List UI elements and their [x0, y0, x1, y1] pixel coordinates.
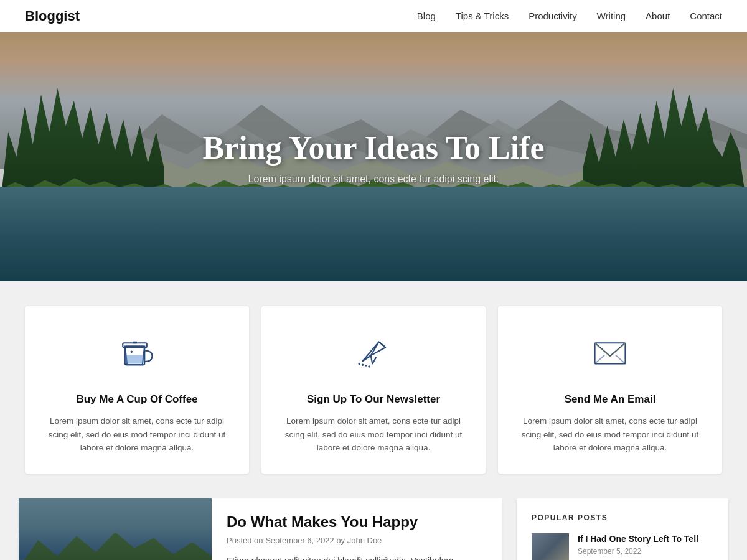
nav-blog[interactable]: Blog — [417, 11, 436, 21]
paper-plane-icon — [349, 331, 398, 381]
posts-column: Do What Makes You Happy Posted on Septem… — [19, 498, 502, 560]
hero-title: Bring Your Ideas To Life — [202, 129, 544, 166]
post-card[interactable]: Do What Makes You Happy Posted on Septem… — [19, 498, 502, 560]
nav-contact[interactable]: Contact — [690, 11, 722, 21]
envelope-icon — [585, 331, 635, 381]
cards-section: Buy Me A Cup Of Coffee Lorem ipsum dolor… — [0, 281, 747, 498]
popular-thumb-1 — [532, 533, 569, 560]
popular-posts-widget: POPULAR POSTS If I Had One Story Left To… — [517, 498, 728, 560]
card-coffee-text: Lorem ipsum dolor sit amet, cons ecte tu… — [44, 414, 230, 455]
main-nav: Blog Tips & Tricks Productivity Writing … — [417, 11, 722, 21]
hero-section: Bring Your Ideas To Life Lorem ipsum dol… — [0, 32, 747, 281]
sidebar: POPULAR POSTS If I Had One Story Left To… — [517, 498, 728, 560]
hero-subtitle: Lorem ipsum dolor sit amet, cons ecte tu… — [202, 174, 544, 185]
card-coffee-title: Buy Me A Cup Of Coffee — [44, 393, 230, 406]
popular-posts-title: POPULAR POSTS — [532, 513, 713, 522]
main-content: Do What Makes You Happy Posted on Septem… — [0, 498, 747, 560]
card-email-title: Send Me An Email — [517, 393, 703, 406]
site-logo[interactable]: Bloggist — [25, 8, 80, 24]
nav-productivity[interactable]: Productivity — [529, 11, 577, 21]
svg-point-11 — [359, 363, 361, 365]
nav-tips-tricks[interactable]: Tips & Tricks — [456, 11, 509, 21]
card-newsletter[interactable]: Sign Up To Our Newsletter Lorem ipsum do… — [261, 306, 486, 474]
svg-point-8 — [362, 364, 364, 366]
svg-point-10 — [368, 365, 370, 368]
post-meta: Posted on September 6, 2022 by John Doe — [227, 536, 487, 545]
card-email[interactable]: Send Me An Email Lorem ipsum dolor sit a… — [498, 306, 722, 474]
svg-rect-4 — [123, 343, 147, 347]
hero-content: Bring Your Ideas To Life Lorem ipsum dol… — [190, 117, 557, 197]
post-title[interactable]: Do What Makes You Happy — [227, 513, 487, 531]
nav-writing[interactable]: Writing — [597, 11, 626, 21]
post-body: Do What Makes You Happy Posted on Septem… — [212, 498, 502, 560]
svg-rect-6 — [126, 355, 144, 364]
post-image-bg — [19, 498, 212, 560]
nav-about[interactable]: About — [646, 11, 670, 21]
card-newsletter-text: Lorem ipsum dolor sit amet, cons ecte tu… — [280, 414, 467, 455]
popular-post-date-1: September 5, 2022 — [578, 547, 713, 556]
card-coffee[interactable]: Buy Me A Cup Of Coffee Lorem ipsum dolor… — [25, 306, 249, 474]
popular-post-item-1[interactable]: If I Had One Story Left To Tell Septembe… — [532, 533, 713, 560]
popular-post-info-1: If I Had One Story Left To Tell Septembe… — [578, 533, 713, 556]
popular-thumb-bg-1 — [532, 533, 569, 560]
svg-rect-5 — [133, 342, 137, 344]
svg-point-9 — [365, 365, 367, 367]
svg-point-7 — [131, 351, 133, 353]
card-newsletter-title: Sign Up To Our Newsletter — [280, 393, 467, 406]
coffee-cup-icon — [112, 331, 162, 381]
site-header: Bloggist Blog Tips & Tricks Productivity… — [0, 0, 747, 32]
card-email-text: Lorem ipsum dolor sit amet, cons ecte tu… — [517, 414, 703, 455]
popular-post-title-1[interactable]: If I Had One Story Left To Tell — [578, 533, 713, 544]
post-image — [19, 498, 212, 560]
post-excerpt: Etiam placerat velit vitae dui blandit s… — [227, 554, 487, 560]
